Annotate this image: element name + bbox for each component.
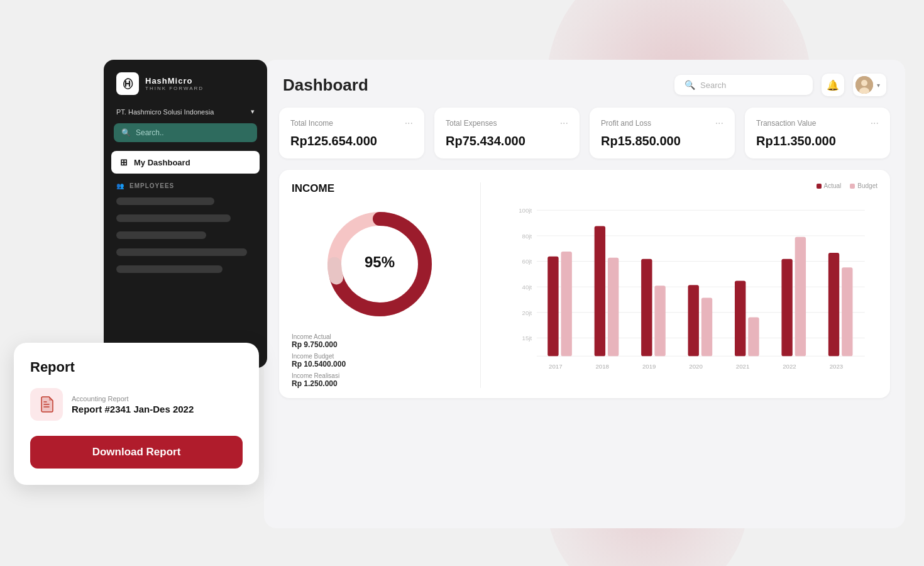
sidebar-company[interactable]: PT. Hashmicro Solusi Indonesia ▾	[104, 104, 267, 123]
stat-label-1: Total Expenses	[446, 119, 497, 128]
search-input[interactable]	[700, 80, 803, 90]
svg-text:2017: 2017	[549, 363, 562, 370]
sidebar-search-input[interactable]	[136, 128, 250, 137]
actual-label: Actual	[824, 182, 842, 189]
chevron-down-icon: ▾	[877, 82, 880, 89]
stat-label-3: Transaction Value	[756, 119, 816, 128]
svg-text:100jt: 100jt	[519, 207, 532, 214]
stat-more-2[interactable]: ···	[715, 118, 723, 129]
notification-button[interactable]: 🔔	[822, 74, 844, 96]
legend-value-actual: Rp 9.750.000	[292, 340, 468, 349]
svg-rect-32	[828, 253, 839, 356]
budget-label: Budget	[857, 182, 877, 189]
sidebar-skeleton-3	[116, 231, 206, 239]
svg-rect-25	[654, 286, 665, 356]
svg-text:2022: 2022	[783, 363, 796, 370]
stat-card-profit-loss: Profit and Loss ··· Rp15.850.000	[590, 108, 735, 158]
dashboard-header: Dashboard 🔍 🔔 ▾	[264, 60, 905, 108]
svg-rect-31	[795, 237, 806, 356]
user-menu-button[interactable]: ▾	[853, 74, 886, 96]
svg-rect-20	[547, 257, 558, 357]
svg-rect-30	[781, 259, 792, 357]
income-section: INCOME 95% Income Actual Rp 9.750.000	[279, 170, 890, 398]
svg-rect-26	[688, 285, 699, 356]
header-right: 🔍 🔔 ▾	[674, 74, 886, 96]
svg-text:2021: 2021	[736, 363, 749, 370]
sidebar-section-employees: 👥 EMPLOYEES	[104, 174, 267, 194]
svg-rect-27	[701, 298, 712, 357]
sidebar: HashMicro THINK FORWARD PT. Hashmicro So…	[104, 60, 267, 368]
stat-value-0: Rp125.654.000	[290, 134, 413, 148]
svg-rect-24	[641, 259, 652, 357]
legend-item-actual: Income Actual Rp 9.750.000	[292, 333, 468, 349]
income-right: Actual Budget	[493, 182, 877, 388]
logo-sub: THINK FORWARD	[145, 86, 204, 91]
bar-chart-area: 100jt 80jt 60jt 40jt 20jt 15jt	[500, 198, 877, 380]
report-icon-wrap	[30, 388, 63, 421]
stat-value-2: Rp15.850.000	[601, 134, 723, 148]
main-panel: Dashboard 🔍 🔔 ▾	[264, 60, 905, 528]
stat-card-total-income: Total Income ··· Rp125.654.000	[279, 108, 424, 158]
svg-rect-29	[748, 317, 759, 356]
report-card: Report Accounting Report Report #2341 Ja…	[14, 343, 259, 485]
donut-chart: 95%	[323, 208, 436, 321]
avatar	[855, 76, 873, 94]
stat-card-transaction-value: Transaction Value ··· Rp11.350.000	[745, 108, 890, 158]
download-report-button[interactable]: Download Report	[30, 436, 243, 469]
income-left: INCOME 95% Income Actual Rp 9.750.000	[292, 182, 468, 388]
income-divider	[480, 182, 481, 388]
legend-label-budget: Income Budget	[292, 353, 468, 360]
section-label-text: EMPLOYEES	[129, 182, 174, 189]
svg-point-1	[861, 80, 867, 86]
stat-more-3[interactable]: ···	[871, 118, 879, 129]
stat-value-1: Rp75.434.000	[446, 134, 568, 148]
stat-label-2: Profit and Loss	[601, 119, 651, 128]
logo-text: HashMicro THINK FORWARD	[145, 76, 204, 91]
legend-item-realisasi: Income Realisasi Rp 1.250.000	[292, 372, 468, 388]
stat-more-0[interactable]: ···	[405, 118, 413, 129]
svg-text:2020: 2020	[689, 363, 702, 370]
svg-rect-22	[595, 226, 605, 356]
legend-label-actual: Income Actual	[292, 333, 468, 340]
employees-icon: 👥	[116, 182, 124, 189]
actual-dot	[817, 184, 822, 189]
page-title: Dashboard	[283, 75, 368, 95]
sidebar-item-label: My Dashboard	[134, 158, 190, 167]
svg-rect-33	[842, 267, 852, 356]
stat-value-3: Rp11.350.000	[756, 134, 879, 148]
legend-budget: Budget	[850, 182, 877, 189]
stat-more-1[interactable]: ···	[560, 118, 568, 129]
svg-text:2018: 2018	[595, 363, 608, 370]
sidebar-search-container[interactable]: 🔍	[114, 123, 257, 142]
logo-icon	[116, 72, 139, 95]
svg-text:40jt: 40jt	[522, 284, 532, 291]
legend-item-budget: Income Budget Rp 10.5400.000	[292, 353, 468, 369]
svg-text:95%: 95%	[365, 253, 395, 270]
bar-chart-svg: 100jt 80jt 60jt 40jt 20jt 15jt	[500, 198, 877, 380]
stat-label-0: Total Income	[290, 119, 333, 128]
svg-text:80jt: 80jt	[522, 233, 532, 240]
chart-legend: Actual Budget	[500, 182, 877, 189]
legend-actual: Actual	[817, 182, 842, 189]
dropdown-icon[interactable]: ▾	[251, 108, 255, 116]
income-legend: Income Actual Rp 9.750.000 Income Budget…	[292, 333, 468, 388]
report-item-label: Accounting Report	[72, 395, 194, 402]
svg-rect-21	[561, 252, 572, 356]
sidebar-item-my-dashboard[interactable]: ⊞ My Dashboard	[111, 151, 260, 174]
svg-rect-23	[608, 258, 619, 357]
report-item-text: Accounting Report Report #2341 Jan-Des 2…	[72, 395, 194, 414]
legend-label-realisasi: Income Realisasi	[292, 372, 468, 379]
budget-dot	[850, 184, 855, 189]
search-bar[interactable]: 🔍	[674, 75, 813, 95]
report-item-name: Report #2341 Jan-Des 2022	[72, 404, 194, 414]
stat-card-total-expenses: Total Expenses ··· Rp75.434.000	[434, 108, 580, 158]
bell-icon: 🔔	[827, 79, 839, 91]
svg-text:20jt: 20jt	[522, 309, 532, 316]
dashboard-icon: ⊞	[120, 157, 128, 167]
company-name: PT. Hashmicro Solusi Indonesia	[116, 108, 214, 116]
legend-value-budget: Rp 10.5400.000	[292, 360, 468, 369]
svg-rect-28	[735, 280, 745, 356]
report-title: Report	[30, 359, 243, 375]
donut-container: 95%	[292, 208, 468, 321]
sidebar-logo: HashMicro THINK FORWARD	[104, 60, 267, 104]
